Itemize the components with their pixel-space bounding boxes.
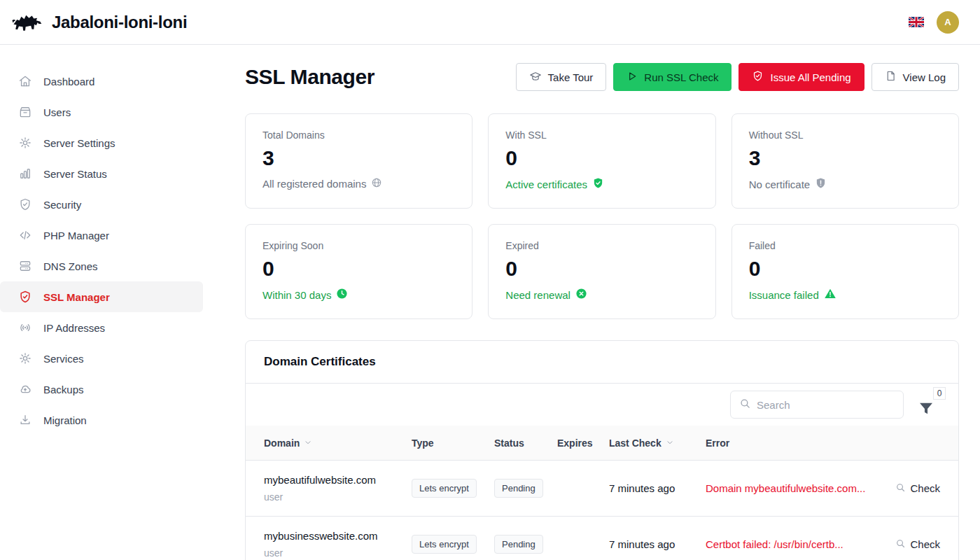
sidebar-item-services[interactable]: Services: [0, 343, 203, 374]
search-icon: [895, 538, 906, 551]
chevron-down-icon: [304, 438, 312, 449]
type-badge: Lets encrypt: [412, 479, 477, 498]
sidebar-item-label: Backups: [43, 384, 84, 396]
status-cell: Pending: [494, 535, 557, 554]
sidebar-item-php-manager[interactable]: PHP Manager: [0, 220, 203, 251]
issue-all-pending-button[interactable]: Issue All Pending: [738, 63, 864, 91]
page-title: SSL Manager: [245, 65, 374, 89]
domain-cell: mybusinesswebsite.com user: [264, 530, 412, 559]
type-cell: Lets encrypt: [412, 535, 494, 554]
sidebar-item-label: Security: [43, 199, 81, 211]
sidebar-item-users[interactable]: Users: [0, 97, 203, 127]
sidebar-item-label: Users: [43, 106, 71, 118]
user-avatar[interactable]: A: [937, 11, 959, 34]
take-tour-button[interactable]: Take Tour: [516, 63, 607, 91]
topbar: Jabaloni-loni-loni A: [0, 0, 980, 45]
sidebar-item-label: Services: [43, 353, 84, 365]
check-button[interactable]: Check: [878, 538, 940, 551]
play-icon: [626, 71, 638, 84]
status-cell: Pending: [494, 479, 557, 498]
bar-chart-icon: [18, 167, 32, 181]
column-error: Error: [706, 438, 878, 449]
warning-triangle-icon: [824, 288, 836, 302]
status-badge: Pending: [494, 479, 543, 498]
main-content: SSL Manager Take Tour Run SSL Check Issu…: [213, 45, 980, 560]
sidebar-item-ssl-manager[interactable]: SSL Manager: [0, 281, 203, 312]
type-badge: Lets encrypt: [412, 535, 477, 554]
filter-button[interactable]: 0: [919, 393, 937, 416]
sidebar-item-backups[interactable]: Backups: [0, 374, 203, 405]
column-last-check[interactable]: Last Check: [609, 438, 706, 449]
sidebar-item-dns-zones[interactable]: DNS Zones: [0, 251, 203, 281]
check-button[interactable]: Check: [878, 482, 940, 495]
search-input[interactable]: [757, 399, 896, 411]
search-icon: [739, 398, 751, 412]
stat-card-total-domains: Total Domains 3 All registered domains: [245, 113, 472, 209]
chevron-down-icon: [666, 438, 674, 449]
sidebar-item-migration[interactable]: Migration: [0, 405, 203, 435]
shield-check-icon: [752, 70, 764, 84]
gear-icon: [18, 136, 32, 150]
shield-check-icon: [592, 177, 604, 191]
sidebar-item-ip-addresses[interactable]: IP Addresses: [0, 312, 203, 343]
sidebar-item-label: Dashboard: [43, 76, 94, 88]
sidebar-item-server-status[interactable]: Server Status: [0, 158, 203, 189]
cloud-upload-icon: [18, 382, 32, 396]
sidebar-item-label: PHP Manager: [43, 230, 109, 241]
last-check-cell: 7 minutes ago: [609, 538, 706, 550]
table-header: Domain Type Status Expires Last Check Er…: [246, 426, 958, 461]
clock-icon: [336, 288, 348, 302]
download-icon: [18, 413, 32, 427]
stat-card-expired: Expired 0 Need renewal: [488, 224, 715, 319]
stats-grid: Total Domains 3 All registered domains W…: [245, 113, 959, 319]
shield-exclamation-icon: [815, 177, 827, 191]
run-ssl-check-button[interactable]: Run SSL Check: [613, 63, 732, 91]
search-icon: [895, 482, 906, 495]
sidebar-item-label: Server Status: [43, 168, 107, 180]
domain-user: user: [264, 491, 412, 503]
app-title: Jabaloni-loni-loni: [52, 13, 187, 32]
sidebar-item-label: DNS Zones: [43, 260, 98, 272]
error-cell: Domain mybeautifulwebsite.com...: [706, 482, 878, 494]
server-stack-icon: [18, 259, 32, 273]
domain-cell: mybeautifulwebsite.com user: [264, 474, 412, 503]
table-row: mybeautifulwebsite.com user Lets encrypt…: [246, 461, 958, 517]
sidebar: Dashboard Users Server Settings Server S…: [0, 45, 213, 560]
table-row: mybusinesswebsite.com user Lets encrypt …: [246, 517, 958, 560]
status-badge: Pending: [494, 535, 543, 554]
domain-name: mybeautifulwebsite.com: [264, 474, 412, 486]
boar-logo-icon: [11, 10, 45, 35]
last-check-cell: 7 minutes ago: [609, 482, 706, 494]
sidebar-item-dashboard[interactable]: Dashboard: [0, 66, 203, 97]
globe-icon: [371, 177, 382, 190]
filter-count-badge: 0: [933, 387, 946, 400]
column-status: Status: [494, 438, 557, 449]
filter-funnel-icon: [919, 402, 933, 415]
gear-icon: [18, 351, 32, 365]
stat-card-with-ssl: With SSL 0 Active certificates: [488, 113, 715, 209]
domain-certificates-panel: Domain Certificates 0 Domain Type Sta: [245, 340, 959, 560]
stat-card-expiring-soon: Expiring Soon 0 Within 30 days: [245, 224, 472, 319]
sidebar-item-label: SSL Manager: [43, 291, 110, 303]
sidebar-item-label: Migration: [43, 414, 87, 426]
home-icon: [18, 74, 32, 88]
sidebar-item-server-settings[interactable]: Server Settings: [0, 127, 203, 158]
column-domain[interactable]: Domain: [264, 438, 412, 449]
brand[interactable]: Jabaloni-loni-loni: [11, 10, 187, 35]
view-log-button[interactable]: View Log: [872, 63, 959, 91]
x-circle-icon: [575, 288, 587, 302]
sidebar-item-label: IP Addresses: [43, 322, 105, 334]
shield-check-icon: [18, 290, 32, 304]
panel-title: Domain Certificates: [264, 355, 940, 369]
sidebar-item-security[interactable]: Security: [0, 189, 203, 220]
broadcast-icon: [18, 321, 32, 335]
column-type: Type: [412, 438, 494, 449]
error-cell: Certbot failed: /usr/bin/certb...: [706, 538, 878, 550]
language-flag-icon[interactable]: [909, 17, 924, 27]
domain-name: mybusinesswebsite.com: [264, 530, 412, 542]
search-box: [730, 391, 904, 419]
page-actions: Take Tour Run SSL Check Issue All Pendin…: [516, 63, 959, 91]
stat-card-without-ssl: Without SSL 3 No certificate: [732, 113, 959, 209]
graduation-cap-icon: [529, 70, 542, 85]
column-expires: Expires: [557, 438, 609, 449]
